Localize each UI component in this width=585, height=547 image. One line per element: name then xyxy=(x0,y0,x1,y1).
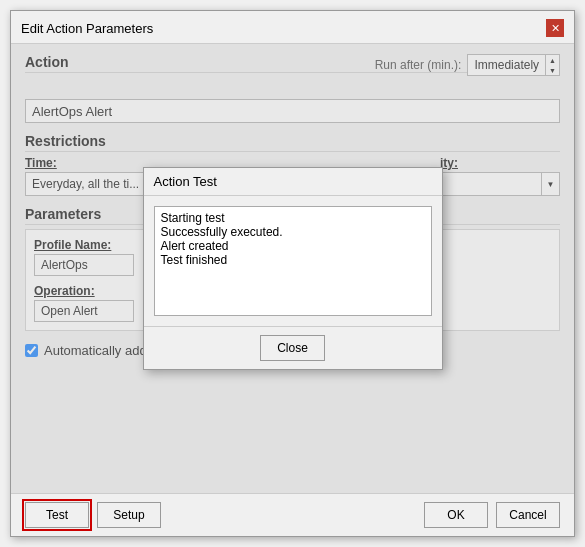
setup-button[interactable]: Setup xyxy=(97,502,161,528)
modal-overlay: Action Test Close xyxy=(11,44,574,493)
main-dialog: Edit Action Parameters ✕ Run after (min.… xyxy=(10,10,575,537)
test-button[interactable]: Test xyxy=(25,502,89,528)
right-button-group: OK Cancel xyxy=(424,502,560,528)
dialog-body: Run after (min.): Immediately ▲ ▼ Action… xyxy=(11,44,574,493)
action-test-dialog: Action Test Close xyxy=(143,167,443,370)
close-dialog-button[interactable]: ✕ xyxy=(546,19,564,37)
cancel-button[interactable]: Cancel xyxy=(496,502,560,528)
modal-title: Action Test xyxy=(154,174,217,189)
modal-output xyxy=(154,206,432,316)
modal-close-button[interactable]: Close xyxy=(260,335,325,361)
left-button-group: Test Setup xyxy=(25,502,161,528)
title-bar: Edit Action Parameters ✕ xyxy=(11,11,574,44)
ok-button[interactable]: OK xyxy=(424,502,488,528)
dialog-title: Edit Action Parameters xyxy=(21,21,153,36)
modal-footer: Close xyxy=(144,326,442,369)
bottom-buttons: Test Setup OK Cancel xyxy=(11,493,574,536)
modal-title-bar: Action Test xyxy=(144,168,442,196)
modal-body xyxy=(144,196,442,326)
